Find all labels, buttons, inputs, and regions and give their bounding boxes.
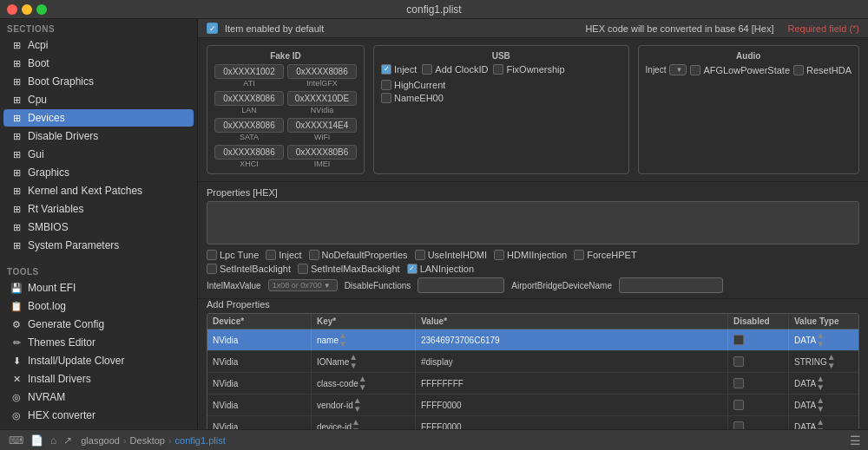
audio-afg-label[interactable]: AFGLowPowerState xyxy=(690,65,790,75)
share-bar-icon[interactable]: ↗ xyxy=(62,433,74,448)
fakeid-value-ati[interactable]: 0xXXXX1002 xyxy=(214,64,284,79)
close-button[interactable] xyxy=(7,4,17,15)
sidebar-item-graphics[interactable]: ⊞ Graphics xyxy=(3,164,194,181)
sidebar-tool-hex-converter[interactable]: ◎ HEX converter xyxy=(3,407,194,424)
usb-inject-checkbox[interactable] xyxy=(381,64,391,75)
prop-cb-inject[interactable]: Inject xyxy=(266,250,301,260)
prop-checkbox-forceHPET[interactable] xyxy=(574,250,584,260)
audio-resethda-checkbox[interactable] xyxy=(793,65,804,75)
tool-icon-boot-log: 📋 xyxy=(10,301,23,312)
table-row[interactable]: NVidianame▲▼23646973706C6179DATA▲▼ xyxy=(207,329,858,351)
sidebar-tool-mount-efi[interactable]: 💾 Mount EFI xyxy=(3,279,194,297)
fakeid-value-xhci[interactable]: 0xXXXX8086 xyxy=(214,145,284,160)
fakeid-value-lan[interactable]: 0xXXXX8086 xyxy=(214,91,284,106)
fake-id-grid: 0xXXXX1002ATI0xXXXX8086IntelGFX0xXXXX808… xyxy=(214,64,357,168)
sidebar-item-boot[interactable]: ⊞ Boot xyxy=(3,55,194,72)
row-disabled-checkbox[interactable] xyxy=(733,378,744,388)
row-disabled-checkbox[interactable] xyxy=(733,335,744,345)
maximize-button[interactable] xyxy=(36,4,47,15)
prop-cb-hdmiInjection[interactable]: HDMIInjection xyxy=(494,250,567,260)
row-disabled-checkbox[interactable] xyxy=(733,421,744,429)
prop-cb-lpcTune[interactable]: Lpc Tune xyxy=(207,250,259,260)
tool-label-themes-editor: Themes Editor xyxy=(28,336,95,349)
fakeid-value-wifi[interactable]: 0xXXXX14E4 xyxy=(287,118,357,133)
sidebar-item-acpi[interactable]: ⊞ Acpi xyxy=(3,36,194,54)
sidebar-tool-boot-log[interactable]: 📋 Boot.log xyxy=(3,297,194,315)
sidebar-tool-themes-editor[interactable]: ✏ Themes Editor xyxy=(3,334,194,351)
usb-addclock-checkbox[interactable] xyxy=(422,64,432,75)
sidebar-label-cpu: Cpu xyxy=(28,94,47,106)
prop-checkbox-noDefaultProperties[interactable] xyxy=(309,250,319,260)
usb-fixownership-label[interactable]: FixOwnership xyxy=(493,64,564,75)
required-field-text: Required field (*) xyxy=(787,23,859,34)
usb-addclock-label[interactable]: Add ClockID xyxy=(422,64,488,75)
prop-cb2-setIntelMaxBacklight[interactable]: SetIntelMaxBacklight xyxy=(298,264,400,274)
hamburger-icon[interactable]: ☰ xyxy=(850,434,861,447)
prop-checkbox2-lanInjection[interactable] xyxy=(407,264,418,274)
usb-nameeh00-checkbox[interactable] xyxy=(381,93,391,103)
table-row[interactable]: NVidiaclass-code▲▼FFFFFFFFDATA▲▼ xyxy=(207,373,858,395)
usb-row1: Inject Add ClockID FixOwnership HighCurr… xyxy=(381,64,621,90)
fakeid-value-sata[interactable]: 0xXXXX8086 xyxy=(214,118,284,133)
sidebar-item-system-params[interactable]: ⊞ System Parameters xyxy=(3,237,194,254)
fakeid-value-nvidia[interactable]: 0xXXXX10DE xyxy=(287,91,357,106)
prop-cb-forceHPET[interactable]: ForceHPET xyxy=(574,250,636,260)
prop-checkbox-lpcTune[interactable] xyxy=(207,250,217,260)
table-row[interactable]: NVidiadevice-id▲▼FFFF0000DATA▲▼ xyxy=(207,416,858,429)
usb-highcurrent-checkbox[interactable] xyxy=(381,80,391,90)
fakeid-value-imei[interactable]: 0xXXXX80B6 xyxy=(287,145,357,160)
prop-checkbox2-setIntelMaxBacklight[interactable] xyxy=(298,264,308,274)
table-body: NVidianame▲▼23646973706C6179DATA▲▼NVidia… xyxy=(207,329,858,429)
prop-cb2-lanInjection[interactable]: LANInjection xyxy=(407,264,474,274)
sidebar-tool-nvram[interactable]: ◎ NVRAM xyxy=(3,388,194,406)
sidebar-item-devices[interactable]: ⊞ Devices xyxy=(3,109,194,127)
prop-cb2-setIntelBacklight[interactable]: SetIntelBacklight xyxy=(207,264,291,274)
fakeid-value-intelgfx[interactable]: 0xXXXX8086 xyxy=(287,64,357,79)
airportbridge-input[interactable] xyxy=(619,277,723,293)
row-disabled-checkbox[interactable] xyxy=(733,400,744,410)
sidebar-tool-generate-config[interactable]: ⚙ Generate Config xyxy=(3,316,194,333)
sidebar-item-boot-graphics[interactable]: ⊞ Boot Graphics xyxy=(3,73,194,90)
sidebar-item-gui[interactable]: ⊞ Gui xyxy=(3,146,194,163)
sidebar-item-smbios[interactable]: ⊞ SMBIOS xyxy=(3,218,194,236)
header-device-: Device* xyxy=(207,314,312,329)
audio-title: Audio xyxy=(646,51,852,61)
sidebar-item-kernel-kext[interactable]: ⊞ Kernel and Kext Patches xyxy=(3,182,194,199)
prop-cb-noDefaultProperties[interactable]: NoDefaultProperties xyxy=(309,250,408,260)
intelmax-dropdown[interactable]: 1x08 or 0x700 ▼ xyxy=(268,279,338,291)
usb-nameeh00-label[interactable]: NameEH00 xyxy=(381,93,444,103)
prop-checkbox2-setIntelBacklight[interactable] xyxy=(207,264,217,274)
tool-icon-themes-editor: ✏ xyxy=(10,337,23,349)
sidebar-tool-install-clover[interactable]: ⬇ Install/Update Clover xyxy=(3,352,194,369)
fakeid-item-sata: 0xXXXX8086SATA xyxy=(214,118,284,141)
sidebar-tool-install-drivers[interactable]: ✕ Install Drivers xyxy=(3,370,194,388)
row-disabled-checkbox[interactable] xyxy=(733,356,744,367)
sidebar-item-rt-variables[interactable]: ⊞ Rt Variables xyxy=(3,200,194,218)
usb-highcurrent-label[interactable]: HighCurrent xyxy=(381,80,445,90)
usb-inject-label[interactable]: Inject xyxy=(381,64,417,75)
prop-checkbox-useIntelHDMI[interactable] xyxy=(415,250,425,260)
audio-resethda-label[interactable]: ResetHDA xyxy=(793,65,852,75)
properties-textarea[interactable] xyxy=(207,201,859,245)
item-enabled-checkbox[interactable] xyxy=(207,23,218,34)
table-row[interactable]: NVidiavendor-id▲▼FFFF0000DATA▲▼ xyxy=(207,395,858,416)
table-row[interactable]: NVidiaIOName▲▼#displaySTRING▲▼ xyxy=(207,351,858,373)
header-value-type: Value Type xyxy=(789,314,858,329)
sidebar-icon-graphics: ⊞ xyxy=(10,167,23,179)
audio-afg-checkbox[interactable] xyxy=(690,65,700,75)
audio-inject-dropdown[interactable]: ▼ xyxy=(669,64,687,75)
usb-fixownership-checkbox[interactable] xyxy=(493,64,503,75)
fakeid-label-xhci: XHCI xyxy=(214,160,284,168)
minimize-button[interactable] xyxy=(22,4,32,15)
home-bar-icon[interactable]: ⌂ xyxy=(49,433,58,448)
prop-checkbox-inject[interactable] xyxy=(266,250,276,260)
terminal-icon[interactable]: ⌨ xyxy=(7,433,25,448)
tool-label-generate-config: Generate Config xyxy=(28,318,104,330)
prop-checkbox-hdmiInjection[interactable] xyxy=(494,250,504,260)
usb-row2: NameEH00 xyxy=(381,93,621,103)
sidebar-item-disable-drivers[interactable]: ⊞ Disable Drivers xyxy=(3,127,194,145)
disablefunc-input[interactable] xyxy=(418,277,504,293)
file-icon[interactable]: 📄 xyxy=(29,433,45,448)
prop-cb-useIntelHDMI[interactable]: UseIntelHDMI xyxy=(415,250,487,260)
sidebar-item-cpu[interactable]: ⊞ Cpu xyxy=(3,91,194,108)
